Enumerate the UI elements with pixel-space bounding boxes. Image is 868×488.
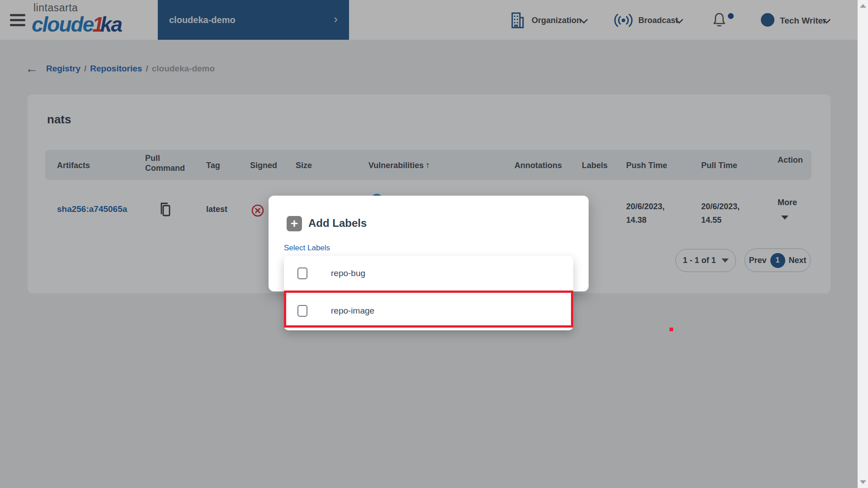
annotation-dot <box>670 328 673 331</box>
checkbox-repo-bug[interactable] <box>297 267 307 279</box>
modal-title: Add Labels <box>308 217 367 230</box>
label-option-text: repo-bug <box>331 268 365 278</box>
label-option-repo-bug[interactable]: repo-bug <box>284 256 573 291</box>
registry-artifact-page: lintasarta cloude1ka cloudeka-demo › Org… <box>0 0 868 488</box>
annotation-highlight-box <box>284 291 573 328</box>
scroll-up-arrow-icon[interactable] <box>860 4 866 8</box>
plus-icon: + <box>287 216 302 231</box>
select-labels-label: Select Labels <box>284 244 330 253</box>
scroll-down-arrow-icon[interactable] <box>860 480 866 484</box>
vertical-scrollbar[interactable] <box>858 0 868 488</box>
